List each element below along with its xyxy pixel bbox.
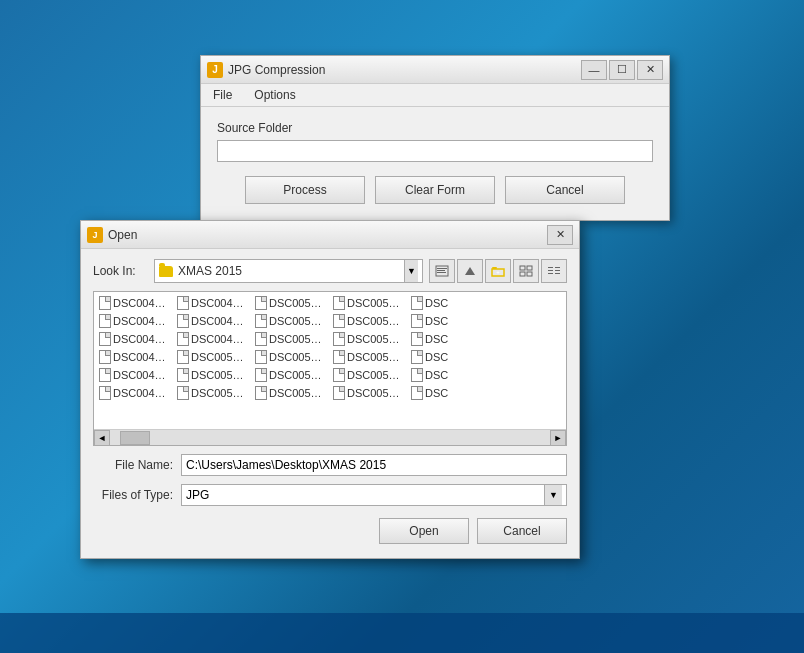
look-in-dropdown[interactable]: XMAS 2015 ▼ bbox=[154, 259, 423, 283]
file-item[interactable]: DSC00492.JPG bbox=[96, 312, 174, 330]
toolbar-up-btn[interactable] bbox=[457, 259, 483, 283]
file-item[interactable]: DSC bbox=[408, 348, 486, 366]
cancel-button[interactable]: Cancel bbox=[505, 176, 625, 204]
source-folder-input[interactable] bbox=[217, 140, 653, 162]
filename-input[interactable] bbox=[181, 454, 567, 476]
open-dialog-titlebar: J Open ✕ bbox=[81, 221, 579, 249]
file-item[interactable]: DSC00496.JPG bbox=[96, 384, 174, 402]
jpg-button-row: Process Clear Form Cancel bbox=[217, 176, 653, 204]
jpg-compression-window: J JPG Compression — ☐ ✕ File Options Sou… bbox=[200, 55, 670, 221]
file-icon bbox=[333, 332, 345, 346]
scroll-right-arrow[interactable]: ► bbox=[550, 430, 566, 446]
svg-marker-4 bbox=[465, 267, 475, 275]
file-icon bbox=[333, 368, 345, 382]
toolbar-list-btn[interactable] bbox=[541, 259, 567, 283]
jpg-maximize-button[interactable]: ☐ bbox=[609, 60, 635, 80]
folder-icon bbox=[159, 266, 173, 277]
file-item[interactable]: DSC00507.JPG bbox=[252, 366, 330, 384]
jpg-menu-file[interactable]: File bbox=[207, 86, 238, 104]
svg-text:+: + bbox=[496, 269, 500, 275]
file-icon bbox=[411, 332, 423, 346]
toolbar-recent-btn[interactable] bbox=[429, 259, 455, 283]
filetype-select[interactable]: JPG ▼ bbox=[181, 484, 567, 506]
file-item[interactable]: DSC bbox=[408, 384, 486, 402]
file-item[interactable]: DSC bbox=[408, 294, 486, 312]
filetype-dropdown-arrow[interactable]: ▼ bbox=[544, 485, 562, 505]
file-item bbox=[486, 366, 564, 384]
file-toolbar: + bbox=[429, 259, 567, 283]
file-icon bbox=[411, 296, 423, 310]
file-item[interactable]: DSC00494.JPG bbox=[96, 348, 174, 366]
svg-rect-2 bbox=[437, 270, 445, 271]
file-icon bbox=[333, 314, 345, 328]
open-dialog-body: Look In: XMAS 2015 ▼ + bbox=[81, 249, 579, 558]
toolbar-grid-btn[interactable] bbox=[513, 259, 539, 283]
scroll-left-arrow[interactable]: ◄ bbox=[94, 430, 110, 446]
svg-rect-9 bbox=[527, 266, 532, 270]
open-button[interactable]: Open bbox=[379, 518, 469, 544]
file-item[interactable]: DSC00495.JPG bbox=[96, 366, 174, 384]
process-button[interactable]: Process bbox=[245, 176, 365, 204]
file-icon bbox=[177, 296, 189, 310]
file-item[interactable]: DSC00508.JPG bbox=[252, 384, 330, 402]
file-item[interactable]: DSC00513.JPG bbox=[330, 366, 408, 384]
file-item[interactable]: DSC00514.JPG bbox=[330, 384, 408, 402]
open-dialog-title: Open bbox=[108, 228, 137, 242]
open-dialog-controls: ✕ bbox=[547, 225, 573, 245]
file-item[interactable]: DSC00491.JPG bbox=[96, 294, 174, 312]
file-icon bbox=[333, 296, 345, 310]
file-icon bbox=[411, 386, 423, 400]
file-icon bbox=[177, 332, 189, 346]
file-item[interactable]: DSC00497.JPG bbox=[174, 294, 252, 312]
file-item[interactable]: DSC00499.JPG bbox=[174, 330, 252, 348]
file-item[interactable]: DSC00504.JPG bbox=[252, 312, 330, 330]
file-icon bbox=[411, 350, 423, 364]
file-icon bbox=[255, 386, 267, 400]
open-dialog-bottom-buttons: Open Cancel bbox=[93, 518, 567, 544]
file-icon bbox=[177, 368, 189, 382]
file-item[interactable]: DSC00506.JPG bbox=[252, 348, 330, 366]
open-file-dialog: J Open ✕ Look In: XMAS 2015 ▼ bbox=[80, 220, 580, 559]
svg-rect-1 bbox=[437, 268, 447, 269]
look-in-row: Look In: XMAS 2015 ▼ + bbox=[93, 259, 567, 283]
jpg-menu-options[interactable]: Options bbox=[248, 86, 301, 104]
scroll-track[interactable] bbox=[110, 430, 550, 446]
file-item[interactable]: DSC bbox=[408, 330, 486, 348]
jpg-minimize-button[interactable]: — bbox=[581, 60, 607, 80]
jpg-window-icon: J bbox=[207, 62, 223, 78]
clear-form-button[interactable]: Clear Form bbox=[375, 176, 495, 204]
file-item[interactable]: DSC00511.JPG bbox=[330, 330, 408, 348]
file-icon bbox=[255, 332, 267, 346]
file-icon bbox=[99, 332, 111, 346]
open-dialog-close-button[interactable]: ✕ bbox=[547, 225, 573, 245]
file-item[interactable]: DSC00505.JPG bbox=[252, 330, 330, 348]
file-icon bbox=[333, 350, 345, 364]
file-icon bbox=[255, 368, 267, 382]
open-dialog-cancel-button[interactable]: Cancel bbox=[477, 518, 567, 544]
file-item[interactable]: DSC00500.JPG bbox=[174, 348, 252, 366]
file-item bbox=[486, 294, 564, 312]
file-item[interactable]: DSC00498.JPG bbox=[174, 312, 252, 330]
look-in-dropdown-arrow[interactable]: ▼ bbox=[404, 260, 418, 282]
file-item[interactable]: DSC00503.JPG bbox=[252, 294, 330, 312]
toolbar-newfolder-btn[interactable]: + bbox=[485, 259, 511, 283]
svg-rect-12 bbox=[548, 267, 553, 268]
source-folder-label: Source Folder bbox=[217, 121, 653, 135]
file-item[interactable]: DSC bbox=[408, 366, 486, 384]
file-item[interactable]: DSC00502.JPG bbox=[174, 384, 252, 402]
scroll-thumb[interactable] bbox=[120, 431, 150, 445]
horizontal-scrollbar[interactable]: ◄ ► bbox=[94, 429, 566, 445]
file-item[interactable]: DSC bbox=[408, 312, 486, 330]
svg-rect-13 bbox=[555, 267, 560, 268]
file-item[interactable]: DSC00493.JPG bbox=[96, 330, 174, 348]
file-item[interactable]: DSC00501.JPG bbox=[174, 366, 252, 384]
file-item[interactable]: DSC00512.JPG bbox=[330, 348, 408, 366]
file-icon bbox=[99, 296, 111, 310]
file-icon bbox=[177, 386, 189, 400]
svg-rect-8 bbox=[520, 266, 525, 270]
file-item[interactable]: DSC00509.JPG bbox=[330, 294, 408, 312]
file-item bbox=[486, 330, 564, 348]
file-icon bbox=[99, 368, 111, 382]
file-item[interactable]: DSC00510.JPG bbox=[330, 312, 408, 330]
jpg-close-button[interactable]: ✕ bbox=[637, 60, 663, 80]
